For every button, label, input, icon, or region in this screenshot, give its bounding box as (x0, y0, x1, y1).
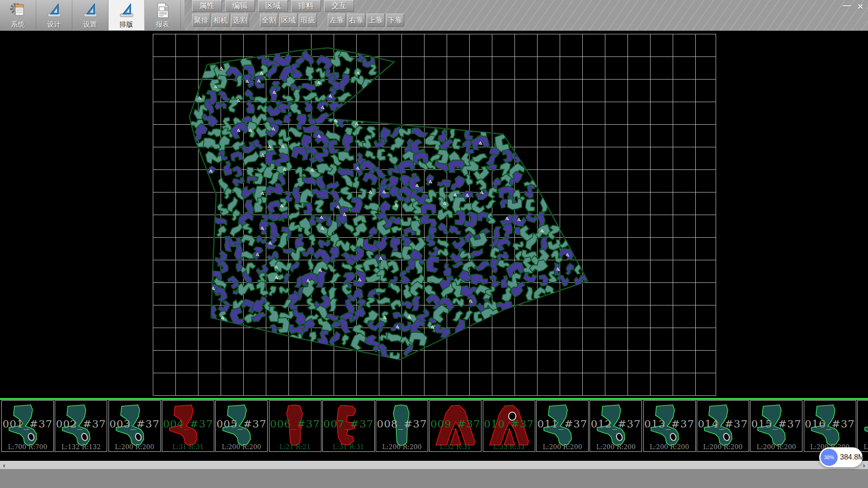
toolbar-button-label: 设置 (84, 20, 97, 29)
toolbar-button-layout[interactable]: 排版 (108, 0, 145, 30)
report-icon (154, 1, 172, 19)
tab-interactive[interactable]: 交互 (324, 0, 354, 12)
piece-label: 010_#37 (483, 418, 535, 430)
piece-label: 002_#37 (55, 418, 107, 430)
piece-lr-count: L:21 R:21 (269, 443, 321, 450)
piece-lr-count: L:200 R:200 (697, 443, 749, 450)
piece-label: 007_#37 (323, 418, 374, 430)
thumbnail-cell[interactable]: 013_#37L:200 R:200 (643, 400, 696, 452)
minimize-button[interactable]: — (841, 0, 853, 10)
thumbnail-cell[interactable]: 014_#37L:200 R:200 (697, 400, 749, 452)
toolbar-button-report[interactable]: 报表 (145, 0, 181, 30)
btn-defect[interactable]: 瑕疵 (299, 14, 317, 27)
tool-buttons-row: 聚排相机选割全割区域瑕疵左靠右靠上靠下靠 (192, 14, 404, 27)
thumbnail-cell[interactable]: 001_#37L:700 R:700 (1, 400, 54, 452)
piece-label: 015_#37 (750, 418, 802, 430)
piece-lr-count: L:200 R:200 (216, 443, 267, 450)
set-square-icon (118, 1, 136, 19)
btn-cut-all[interactable]: 全割 (260, 14, 278, 27)
btn-snap-bottom[interactable]: 下靠 (386, 14, 404, 27)
nesting-app-window: 系统设计设置排版报表 属性编辑区域排料交互 聚排相机选割全割区域瑕疵左靠右靠上靠… (0, 0, 868, 488)
toolbar-button-system[interactable]: 系统 (0, 0, 36, 30)
thumbnail-cell[interactable]: 012_#37L:200 R:200 (590, 400, 642, 452)
piece-label: 004_#37 (162, 418, 214, 430)
progress-circle: 38% (821, 449, 838, 466)
toolbar-button-label: 排版 (120, 20, 133, 29)
piece-label: 012_#37 (590, 418, 642, 430)
tab-edit[interactable]: 编辑 (225, 0, 255, 12)
toolbar-button-settings[interactable]: 设置 (72, 0, 108, 30)
thumbnail-cell[interactable]: L:200 R:200 (857, 400, 868, 452)
piece-label: 013_#37 (644, 418, 695, 430)
btn-snap-right[interactable]: 右靠 (347, 14, 365, 27)
tab-properties[interactable]: 属性 (192, 0, 222, 12)
scroll-left-button[interactable]: ‹ (0, 461, 8, 469)
thumbnail-cell[interactable]: 011_#37L:200 R:200 (536, 400, 589, 452)
piece-label: 008_#37 (376, 418, 428, 430)
piece-label: 003_#37 (109, 418, 160, 430)
close-button[interactable]: ✕ (854, 2, 866, 12)
piece-lr-count: L:700 R:700 (2, 443, 53, 450)
piece-lr-count: L:32 R:31 (429, 443, 481, 450)
thumbnail-cell[interactable]: 004_#37L:31 R:31 (162, 400, 214, 452)
thumbnail-cell[interactable]: 006_#37L:21 R:21 (269, 400, 321, 452)
thumbnail-cell[interactable]: 016_#37L:200 R:200 (804, 400, 856, 452)
piece-label: 016_#37 (804, 418, 856, 430)
tab-nesting[interactable]: 排料 (291, 0, 321, 12)
thumbnail-cell[interactable]: 003_#37L:200 R:200 (108, 400, 161, 452)
piece-lr-count: L:33 R:33 (483, 443, 535, 450)
piece-thumbnail-svg (861, 403, 868, 450)
thumbnail-cell[interactable]: 002_#37L:132 R:132 (55, 400, 107, 452)
set-square-icon (81, 1, 99, 19)
thumbnail-cell[interactable]: 010_#37L:33 R:33 (483, 400, 535, 452)
toolbar-button-label: 设计 (47, 20, 61, 29)
tab-region[interactable]: 区域 (258, 0, 288, 12)
menu-tabs: 属性编辑区域排料交互 (192, 0, 354, 12)
main-toolbar: 系统设计设置排版报表 (0, 0, 184, 30)
piece-label: 011_#37 (537, 418, 588, 430)
piece-lr-count: L:200 R:200 (644, 443, 695, 450)
toolbar-button-design[interactable]: 设计 (36, 0, 72, 30)
btn-cluster-nest[interactable]: 聚排 (192, 14, 210, 27)
piece-lr-count: L:200 R:200 (590, 443, 642, 450)
thumbnail-cell[interactable]: 007_#37L:31 R:31 (322, 400, 375, 452)
system-gear-icon (9, 1, 27, 19)
piece-label: 005_#37 (216, 418, 267, 430)
piece-label: 014_#37 (697, 418, 749, 430)
thumbnail-cell[interactable]: 015_#37L:200 R:200 (750, 400, 802, 452)
btn-camera[interactable]: 相机 (212, 14, 230, 27)
piece-thumbnail-strip: 001_#37L:700 R:700002_#37L:132 R:132003_… (0, 400, 868, 461)
piece-lr-count: L:200 R:200 (537, 443, 588, 450)
status-bar (0, 469, 868, 488)
download-progress-badge[interactable]: 38% 384.8M (819, 447, 863, 467)
toolbar-group-gap (250, 14, 259, 27)
nesting-canvas[interactable] (0, 31, 868, 398)
piece-lr-count: L:200 R:200 (109, 443, 160, 450)
btn-snap-top[interactable]: 上靠 (367, 14, 385, 27)
titlebar-toolbar: 系统设计设置排版报表 属性编辑区域排料交互 聚排相机选割全割区域瑕疵左靠右靠上靠… (0, 0, 868, 31)
piece-lr-count: L:132 R:132 (55, 443, 107, 450)
btn-snap-left[interactable]: 左靠 (328, 14, 346, 27)
piece-lr-count: L:31 R:31 (162, 443, 214, 450)
set-square-icon (45, 1, 63, 19)
piece-label: 009_#37 (429, 418, 481, 430)
toolbar-group-gap (318, 14, 326, 27)
piece-label: 006_#37 (269, 418, 321, 430)
piece-lr-count: L:31 R:31 (323, 443, 374, 450)
thumbnail-cell[interactable]: 005_#37L:200 R:200 (215, 400, 268, 452)
piece-lr-count: L:200 R:200 (750, 443, 802, 450)
piece-label: 001_#37 (2, 418, 53, 430)
thumbnail-cell[interactable]: 009_#37L:32 R:31 (429, 400, 481, 452)
progress-size-label: 384.8M (840, 447, 864, 467)
toolbar-button-label: 系统 (11, 20, 25, 29)
horizontal-scrollbar[interactable]: ‹ › (0, 461, 868, 469)
btn-select-cut[interactable]: 选割 (231, 14, 249, 27)
toolbar-button-label: 报表 (156, 20, 170, 29)
btn-region[interactable]: 区域 (279, 14, 297, 27)
thumbnail-cell[interactable]: 008_#37L:200 R:200 (376, 400, 428, 452)
piece-lr-count: L:200 R:200 (376, 443, 428, 450)
